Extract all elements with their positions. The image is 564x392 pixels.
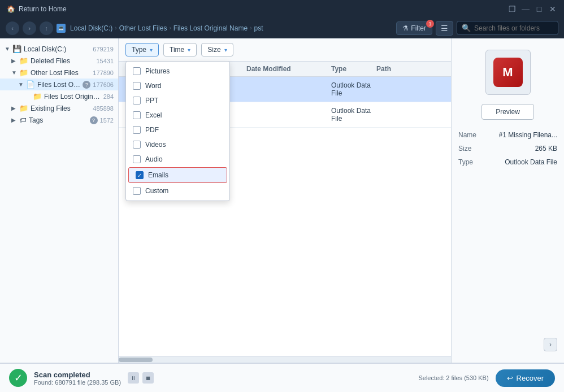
- h-scrollbar[interactable]: [119, 356, 451, 363]
- preview-button[interactable]: Preview: [481, 104, 534, 120]
- sidebar: ▼ 💾 Local Disk(C:) 679219 ▶ 📁 Deleted Fi…: [0, 38, 119, 363]
- type-option-word[interactable]: Word: [126, 79, 229, 93]
- type-option-audio[interactable]: Audio: [126, 152, 229, 167]
- help-icon-2: ?: [90, 116, 98, 124]
- recover-button[interactable]: ↩ Recover: [496, 369, 555, 387]
- scan-detail-text: Found: 680791 file (298.35 GB): [34, 379, 121, 386]
- sidebar-label-files-lost-dir: Files Lost Origina...: [44, 93, 101, 101]
- status-bar: ✓ Scan completed Found: 680791 file (298…: [0, 363, 564, 392]
- type-option-pictures[interactable]: Pictures: [126, 64, 229, 79]
- breadcrumb-local-disk[interactable]: Local Disk(C:): [70, 24, 112, 32]
- type-option-emails[interactable]: ✓ Emails: [128, 167, 227, 183]
- checkbox-word[interactable]: [133, 82, 141, 90]
- checkbox-pdf[interactable]: [133, 126, 141, 134]
- maximize-button[interactable]: □: [535, 5, 544, 14]
- sidebar-count-files-lost-dir: 284: [103, 93, 114, 100]
- checkbox-pictures[interactable]: [133, 67, 141, 75]
- option-label-word: Word: [145, 82, 161, 90]
- menu-button[interactable]: ☰: [436, 21, 453, 36]
- type-filter-dropdown[interactable]: Type ▾: [125, 43, 159, 56]
- folder-icon-2: 📁: [19, 68, 28, 77]
- sidebar-item-deleted-files[interactable]: ▶ 📁 Deleted Files 15431: [0, 55, 118, 67]
- checkbox-custom[interactable]: [133, 187, 141, 195]
- forward-button[interactable]: ›: [23, 21, 36, 35]
- option-label-audio: Audio: [145, 155, 163, 163]
- recover-icon: ↩: [507, 374, 513, 382]
- row-type-2: Outlook Data File: [331, 107, 376, 123]
- scan-status-text: Scan completed: [34, 371, 121, 379]
- option-label-emails: Emails: [148, 171, 168, 179]
- pause-button[interactable]: ⏸: [128, 372, 139, 384]
- breadcrumb: 💻 Local Disk(C:) › Other Lost Files › Fi…: [57, 24, 393, 33]
- checkbox-videos[interactable]: [133, 141, 141, 149]
- title-bar-controls: ❐ — □ ✕: [507, 5, 557, 14]
- sidebar-item-other-lost[interactable]: ▼ 📁 Other Lost Files 177890: [0, 67, 118, 79]
- sidebar-count-local-disk: 679219: [93, 46, 114, 53]
- folder-icon: 📁: [19, 56, 28, 65]
- type-option-custom[interactable]: Custom: [126, 184, 229, 198]
- sidebar-item-files-lost-orig[interactable]: ▼ 📄 Files Lost Origi... ? 177606: [0, 79, 118, 90]
- sidebar-item-tags[interactable]: ▶ 🏷 Tags ? 1572: [0, 114, 118, 126]
- tree-toggle: ▶: [11, 105, 18, 111]
- recover-label: Recover: [517, 374, 544, 382]
- nav-bar: ‹ › ↑ 💻 Local Disk(C:) › Other Lost File…: [0, 18, 564, 38]
- sidebar-item-files-lost-dir[interactable]: 📁 Files Lost Origina... 284: [0, 90, 118, 102]
- search-input[interactable]: [474, 24, 553, 32]
- title-text: Return to Home: [19, 5, 67, 13]
- checkbox-audio[interactable]: [133, 155, 141, 163]
- time-filter-dropdown[interactable]: Time ▾: [163, 43, 197, 56]
- type-option-excel[interactable]: Excel: [126, 108, 229, 123]
- file-icon: 📄: [26, 80, 35, 89]
- home-icon: 🏠: [7, 5, 15, 13]
- tree-toggle-empty: [25, 93, 32, 99]
- sidebar-count-deleted-files: 15431: [96, 58, 114, 64]
- sidebar-label-files-lost-orig: Files Lost Origi...: [37, 81, 81, 89]
- restore-button[interactable]: ❐: [507, 5, 517, 14]
- content-area: Type ▾ Time ▾ Size ▾ Pictures Word: [119, 38, 451, 363]
- type-arrow-icon: ▾: [150, 47, 153, 53]
- col-date: Date Modified: [246, 65, 331, 73]
- breadcrumb-other-lost[interactable]: Other Lost Files: [119, 24, 167, 32]
- option-label-videos: Videos: [145, 141, 166, 149]
- h-scrollbar-thumb[interactable]: [119, 358, 153, 362]
- info-size-value: 265 KB: [535, 145, 557, 153]
- drive-icon: 💻: [57, 24, 66, 33]
- type-option-pdf[interactable]: PDF: [126, 123, 229, 137]
- filter-badge: 1: [426, 20, 434, 28]
- back-button[interactable]: ‹: [6, 21, 19, 35]
- size-label: Size: [207, 46, 220, 54]
- outlook-icon: M: [493, 58, 523, 87]
- sidebar-item-existing-files[interactable]: ▶ 📁 Existing Files 485898: [0, 102, 118, 114]
- status-controls: ⏸ ⏹: [128, 372, 154, 384]
- size-filter-dropdown[interactable]: Size ▾: [201, 43, 233, 56]
- stop-button[interactable]: ⏹: [142, 372, 154, 384]
- sidebar-count-tags: 1572: [100, 117, 114, 124]
- type-option-videos[interactable]: Videos: [126, 137, 229, 152]
- tree-toggle: ▼: [18, 81, 25, 88]
- sidebar-label-existing-files: Existing Files: [31, 104, 90, 112]
- selected-info-text: Selected: 2 files (530 KB): [418, 374, 488, 381]
- info-type-row: Type Outlook Data File: [458, 158, 557, 166]
- checkbox-emails[interactable]: ✓: [136, 171, 144, 179]
- minimize-button[interactable]: —: [521, 5, 530, 14]
- option-label-pdf: PDF: [145, 126, 159, 134]
- size-arrow-icon: ▾: [224, 47, 227, 53]
- up-button[interactable]: ↑: [40, 21, 53, 35]
- type-option-ppt[interactable]: PPT: [126, 93, 229, 108]
- breadcrumb-pst[interactable]: pst: [254, 24, 263, 32]
- checkbox-ppt[interactable]: [133, 97, 141, 104]
- help-icon: ?: [83, 81, 90, 89]
- info-size-row: Size 265 KB: [458, 145, 557, 153]
- option-label-custom: Custom: [145, 187, 168, 195]
- sidebar-item-local-disk[interactable]: ▼ 💾 Local Disk(C:) 679219: [0, 43, 118, 55]
- scroll-right-button[interactable]: ›: [544, 338, 557, 351]
- close-button[interactable]: ✕: [548, 5, 557, 14]
- row-type-1: Outlook Data File: [331, 81, 376, 97]
- breadcrumb-files-lost[interactable]: Files Lost Original Name: [173, 24, 248, 32]
- info-type-label: Type: [458, 158, 473, 166]
- type-label: Type: [132, 46, 146, 54]
- file-thumbnail: M: [485, 50, 531, 95]
- filter-button[interactable]: ⚗ Filter 1: [396, 21, 432, 35]
- status-right: Selected: 2 files (530 KB) ↩ Recover: [418, 369, 555, 387]
- checkbox-excel[interactable]: [133, 111, 141, 119]
